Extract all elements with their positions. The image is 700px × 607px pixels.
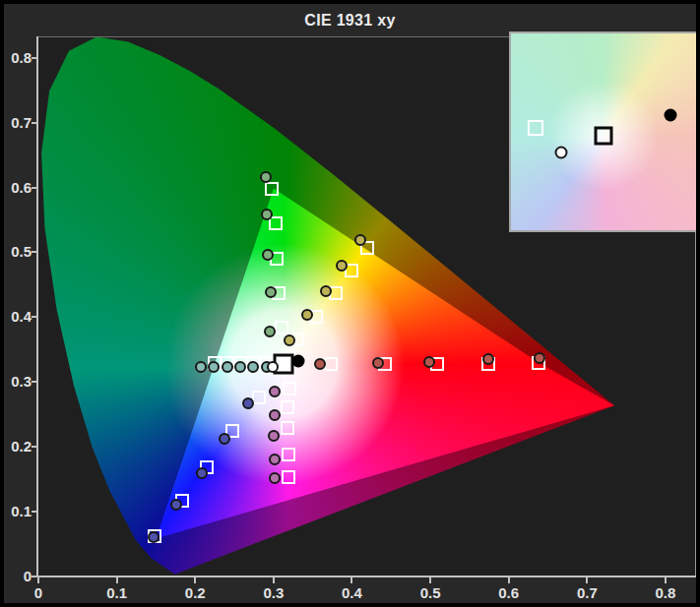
x-tick-label-0.6: 0.6 (489, 584, 529, 601)
x-tick-0.5 (429, 577, 431, 583)
y-tick-0.4 (32, 316, 37, 318)
white-point-measured-dot (292, 354, 305, 367)
x-tick-label-0.5: 0.5 (411, 584, 450, 601)
y-tick-label-0: 0 (4, 569, 32, 584)
x-tick-0.3 (273, 577, 275, 583)
measured-circle-red-sweep (482, 353, 494, 365)
measured-circle-magenta-sweep (269, 454, 281, 465)
measured-circle-magenta-sweep (269, 409, 281, 421)
target-square-magenta-sweep (281, 421, 294, 435)
measured-circle-magenta-sweep (269, 472, 281, 484)
measured-circle-green-sweep (261, 209, 273, 220)
measured-circle-yellow-sweep (284, 334, 295, 346)
measured-circle-blue-sweep (196, 467, 208, 479)
x-tick-0.7 (586, 577, 588, 583)
measured-circle-cyan-sweep (247, 361, 259, 373)
y-tick-0.1 (32, 511, 37, 513)
inset-target-square (595, 127, 613, 146)
y-tick-label-0.3: 0.3 (4, 374, 32, 390)
white-point-zoom-inset[interactable] (509, 31, 700, 232)
measured-circle-cyan-sweep (208, 361, 220, 373)
x-tick-label-0.4: 0.4 (332, 584, 371, 601)
y-tick-0.5 (32, 251, 37, 253)
x-tick-0.8 (665, 577, 667, 583)
x-tick-label-0.3: 0.3 (254, 584, 293, 601)
cie-chart-window: CIE 1931 xy 00.10.20.30.40.50.60.70.800.… (0, 0, 700, 607)
measured-circle-green-sweep (265, 286, 277, 298)
x-tick-label-0.8: 0.8 (646, 584, 685, 601)
y-tick-label-0.8: 0.8 (4, 50, 32, 66)
measured-circle-red-sweep (314, 358, 326, 370)
y-tick-0.7 (32, 122, 37, 124)
measured-circle-red-sweep (423, 356, 435, 368)
y-tick-label-0.5: 0.5 (4, 244, 32, 260)
measured-circle-yellow-sweep (301, 309, 313, 321)
y-tick-label-0.2: 0.2 (4, 439, 32, 455)
y-tick-0 (32, 576, 37, 577)
y-tick-0.2 (32, 446, 37, 448)
measured-circle-yellow-sweep (354, 234, 366, 246)
inset-white-square (528, 120, 543, 136)
target-square-magenta-sweep (282, 470, 295, 484)
measured-circle-cyan-sweep (222, 361, 233, 373)
x-tick-0.4 (350, 577, 352, 583)
measured-circle-cyan-sweep (195, 361, 207, 373)
measured-circle-green-sweep (260, 171, 272, 183)
measured-circle-green-sweep (264, 326, 276, 337)
near-white-measured-circle (267, 361, 279, 373)
measured-circle-yellow-sweep (320, 285, 332, 297)
y-axis-line (36, 36, 38, 577)
y-tick-0.3 (32, 381, 37, 383)
y-tick-label-0.6: 0.6 (4, 180, 32, 196)
x-tick-0.6 (508, 577, 510, 583)
target-square-red-sweep (324, 357, 338, 371)
measured-circle-red-sweep (534, 352, 545, 364)
measured-circle-red-sweep (372, 357, 384, 369)
y-tick-0.6 (32, 187, 37, 189)
y-tick-label-0.7: 0.7 (4, 115, 32, 131)
measured-circle-cyan-sweep (234, 361, 246, 373)
x-tick-label-0.1: 0.1 (97, 584, 137, 601)
measured-circle-blue-sweep (170, 499, 182, 511)
x-axis-line (36, 576, 698, 577)
measured-circle-magenta-sweep (269, 386, 281, 397)
inset-white-circle (554, 146, 567, 158)
x-tick-0.2 (194, 577, 196, 583)
target-square-green-sweep (275, 321, 288, 334)
y-tick-label-0.4: 0.4 (4, 309, 32, 325)
measured-circle-blue-sweep (242, 397, 254, 409)
x-tick-label-0.2: 0.2 (175, 584, 215, 601)
y-tick-0.8 (32, 57, 37, 59)
x-tick-label-0.7: 0.7 (567, 584, 606, 601)
measured-circle-magenta-sweep (268, 430, 280, 442)
inset-measured-dot (664, 109, 676, 122)
measured-circle-green-sweep (262, 249, 274, 261)
target-square-green-sweep (269, 216, 283, 230)
measured-circle-blue-sweep (219, 433, 230, 445)
y-tick-label-0.1: 0.1 (4, 504, 32, 519)
measured-circle-yellow-sweep (336, 260, 348, 272)
target-square-green-sweep (265, 182, 279, 196)
x-tick-0 (37, 577, 39, 583)
target-square-magenta-sweep (283, 382, 296, 395)
x-tick-label-0: 0 (19, 584, 58, 601)
x-tick-0.1 (116, 577, 118, 583)
measured-circle-blue-sweep (148, 531, 159, 543)
target-square-magenta-sweep (281, 400, 294, 414)
target-square-magenta-sweep (282, 448, 295, 461)
